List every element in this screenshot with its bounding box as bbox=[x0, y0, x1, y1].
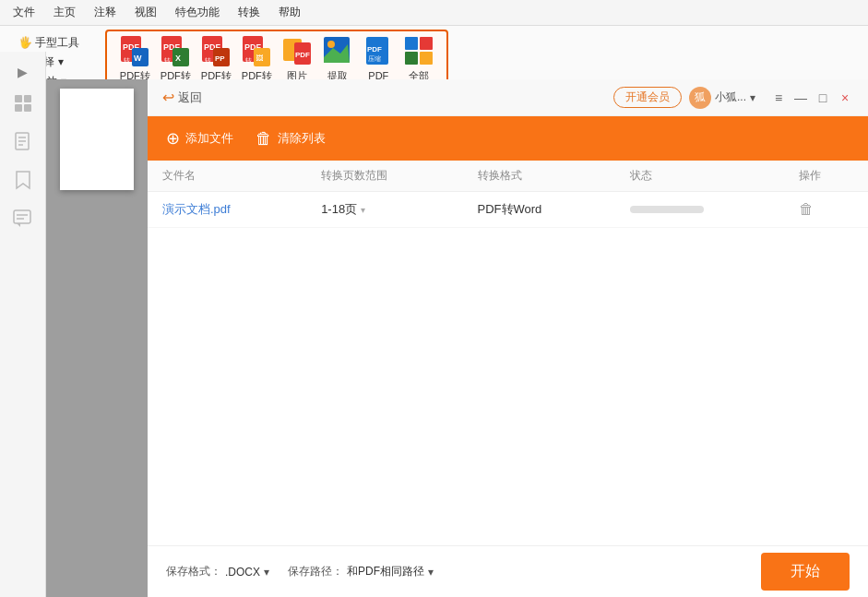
pdf-to-img-icon: PDF 🖼 转 bbox=[240, 35, 273, 68]
pdf-preview bbox=[46, 79, 148, 597]
footer-left: 保存格式： .DOCX ▾ 保存路径： 和PDF相同路径 ▾ bbox=[166, 564, 434, 579]
svg-text:转: 转 bbox=[164, 57, 171, 64]
menu-file[interactable]: 文件 bbox=[4, 1, 44, 24]
pdf-to-ppt-icon: PDF PP 转 bbox=[199, 35, 232, 68]
panel-footer: 保存格式： .DOCX ▾ 保存路径： 和PDF相同路径 ▾ 开始 bbox=[148, 545, 868, 597]
svg-rect-31 bbox=[405, 52, 418, 65]
menu-bar: 文件 主页 注释 视图 特色功能 转换 帮助 bbox=[0, 0, 868, 26]
svg-text:🖼: 🖼 bbox=[256, 54, 263, 63]
sidebar-pages-icon[interactable] bbox=[6, 125, 40, 159]
hand-tool[interactable]: 🖐 手型工具 bbox=[15, 33, 83, 53]
file-link[interactable]: 演示文档.pdf bbox=[162, 202, 231, 216]
table-row: 演示文档.pdf 1-18页 ▾ PDF转Word bbox=[148, 192, 868, 228]
svg-rect-33 bbox=[15, 95, 22, 102]
menu-convert[interactable]: 转换 bbox=[229, 1, 269, 24]
col-header-filename: 文件名 bbox=[148, 161, 306, 192]
back-button[interactable]: ↩ 返回 bbox=[162, 89, 202, 106]
clear-list-button[interactable]: 🗑 清除列表 bbox=[256, 129, 326, 149]
all-features-icon bbox=[402, 35, 435, 68]
menu-annotation[interactable]: 注释 bbox=[85, 1, 125, 24]
add-file-label: 添加文件 bbox=[185, 130, 233, 147]
save-format-label: 保存格式： bbox=[166, 564, 221, 579]
save-format-select[interactable]: 保存格式： .DOCX ▾ bbox=[166, 564, 269, 579]
svg-text:PDF: PDF bbox=[295, 51, 310, 59]
vip-button[interactable]: 开通会员 bbox=[613, 87, 682, 108]
svg-rect-36 bbox=[24, 104, 31, 112]
svg-point-24 bbox=[327, 41, 335, 48]
save-path-label: 保存路径： bbox=[288, 564, 343, 579]
svg-rect-35 bbox=[15, 104, 22, 112]
svg-rect-41 bbox=[14, 210, 30, 223]
svg-rect-30 bbox=[420, 37, 433, 50]
start-button[interactable]: 开始 bbox=[761, 553, 850, 591]
save-path-arrow: ▾ bbox=[428, 566, 434, 579]
pdf-to-word-icon: PDF W 转 bbox=[118, 35, 151, 68]
menu-home[interactable]: 主页 bbox=[44, 1, 85, 24]
panel-toolbar: ⊕ 添加文件 🗑 清除列表 bbox=[148, 116, 868, 161]
img-to-pdf-icon: PDF bbox=[280, 35, 314, 68]
pdf-to-excel-icon: PDF X 转 bbox=[159, 35, 192, 68]
panel-table-wrap: 文件名 转换页数范围 转换格式 状态 操作 演示文档.pdf bbox=[148, 161, 868, 545]
menu-features[interactable]: 特色功能 bbox=[166, 1, 229, 24]
sidebar: ▶ bbox=[0, 52, 46, 597]
svg-text:PDF: PDF bbox=[367, 45, 382, 54]
menu-help[interactable]: 帮助 bbox=[269, 1, 310, 24]
sidebar-collapse-arrow[interactable]: ▶ bbox=[14, 63, 32, 81]
save-path-select[interactable]: 保存路径： 和PDF相同路径 ▾ bbox=[288, 564, 434, 579]
panel: ↩ 返回 开通会员 狐 小狐... ▾ ≡ — □ × bbox=[148, 79, 868, 597]
close-button[interactable]: × bbox=[837, 90, 853, 106]
svg-text:转: 转 bbox=[124, 57, 130, 64]
col-header-action: 操作 bbox=[784, 161, 868, 192]
svg-rect-34 bbox=[24, 95, 31, 102]
panel-header-right: 开通会员 狐 小狐... ▾ ≡ — □ × bbox=[613, 87, 853, 109]
back-label: 返回 bbox=[178, 90, 202, 106]
save-format-arrow: ▾ bbox=[264, 566, 269, 579]
progress-bar-wrap bbox=[630, 206, 704, 213]
pdf-compress-icon: PDF 压缩 bbox=[362, 35, 395, 68]
format-value: PDF转Word bbox=[478, 202, 542, 216]
back-arrow-icon: ↩ bbox=[162, 89, 174, 106]
svg-text:压缩: 压缩 bbox=[368, 55, 381, 62]
col-header-page-range: 转换页数范围 bbox=[306, 161, 462, 192]
add-file-button[interactable]: ⊕ 添加文件 bbox=[166, 128, 233, 149]
panel-header-left: ↩ 返回 bbox=[162, 89, 202, 106]
delete-button[interactable]: 🗑 bbox=[799, 201, 814, 217]
window-controls: ≡ — □ × bbox=[770, 90, 853, 106]
hamburger-button[interactable]: ≡ bbox=[770, 90, 787, 106]
sidebar-comment-icon[interactable] bbox=[6, 203, 40, 236]
pdf-page-thumb bbox=[60, 89, 134, 190]
sidebar-thumbnail-icon[interactable] bbox=[6, 87, 40, 120]
user-name: 小狐... bbox=[715, 90, 746, 105]
col-header-format: 转换格式 bbox=[463, 161, 616, 192]
add-file-icon: ⊕ bbox=[166, 128, 180, 149]
menu-view[interactable]: 视图 bbox=[125, 1, 166, 24]
minimize-button[interactable]: — bbox=[792, 90, 809, 106]
page-range-dropdown[interactable]: 1-18页 ▾ bbox=[321, 201, 447, 218]
cell-page-range: 1-18页 ▾ bbox=[306, 192, 462, 228]
svg-rect-32 bbox=[420, 52, 433, 65]
page-range-arrow: ▾ bbox=[361, 205, 365, 215]
svg-text:X: X bbox=[175, 54, 181, 63]
panel-header: ↩ 返回 开通会员 狐 小狐... ▾ ≡ — □ × bbox=[148, 79, 868, 116]
svg-rect-29 bbox=[405, 37, 418, 50]
cell-action: 🗑 bbox=[784, 192, 868, 228]
cell-format: PDF转Word bbox=[463, 192, 616, 228]
main-content: ↩ 返回 开通会员 狐 小狐... ▾ ≡ — □ × bbox=[46, 79, 868, 597]
restore-button[interactable]: □ bbox=[814, 90, 831, 106]
cell-filename: 演示文档.pdf bbox=[148, 192, 306, 228]
page-range-value: 1-18页 bbox=[321, 201, 357, 218]
clear-list-icon: 🗑 bbox=[256, 129, 272, 149]
svg-text:W: W bbox=[134, 54, 142, 63]
sidebar-bookmark-icon[interactable] bbox=[6, 164, 40, 197]
svg-text:转: 转 bbox=[245, 57, 252, 64]
svg-text:转: 转 bbox=[205, 57, 211, 64]
panel-table: 文件名 转换页数范围 转换格式 状态 操作 演示文档.pdf bbox=[148, 161, 868, 228]
save-path-value: 和PDF相同路径 bbox=[347, 564, 424, 579]
user-avatar: 狐 bbox=[689, 87, 711, 109]
save-format-value: .DOCX bbox=[225, 566, 260, 579]
col-header-status: 状态 bbox=[615, 161, 783, 192]
cell-status bbox=[615, 192, 783, 228]
user-area[interactable]: 狐 小狐... ▾ bbox=[689, 87, 755, 109]
svg-text:PP: PP bbox=[215, 54, 225, 63]
extract-img-icon bbox=[321, 35, 354, 68]
